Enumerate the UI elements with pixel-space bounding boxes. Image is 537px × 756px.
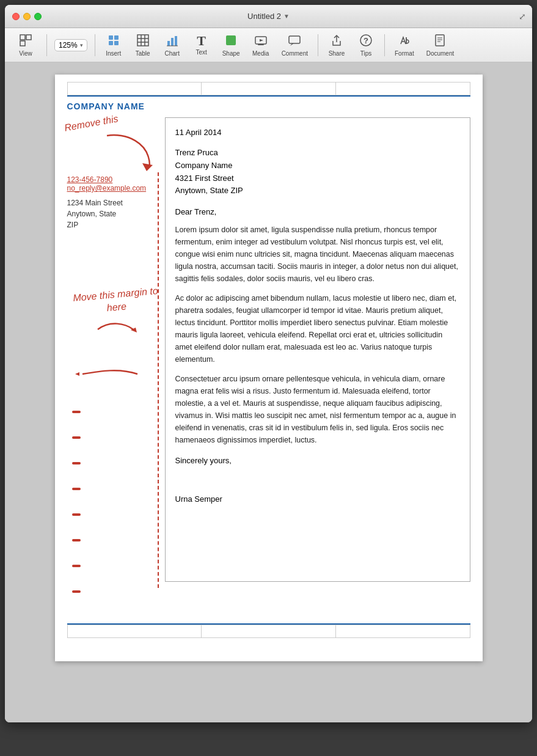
body-paragraph-3: Consectetuer arcu ipsum ornare pellentes… [175, 373, 460, 446]
tick-7 [72, 565, 81, 567]
svg-text:?: ? [363, 36, 368, 45]
media-icon [254, 34, 268, 49]
recipient-company: Company Name [175, 160, 460, 172]
chart-button[interactable]: Chart [159, 31, 186, 59]
table-icon [136, 34, 150, 49]
letter-body: Lorem ipsum dolor sit amet, ligula suspe… [175, 224, 460, 446]
tick-5 [72, 513, 81, 516]
window-title: Untitled 2 ▼ [247, 12, 290, 21]
footer-cells [67, 623, 470, 638]
letter-box[interactable]: 11 April 2014 Trenz Pruca Company Name 4… [165, 117, 470, 582]
document-icon [433, 34, 447, 49]
svg-marker-31 [142, 163, 153, 171]
remove-arrow-icon [101, 130, 174, 178]
header-cell-3 [336, 82, 470, 95]
chart-icon [166, 34, 179, 49]
letter-signature: Urna Semper [175, 494, 460, 504]
format-icon [398, 34, 411, 49]
titlebar: Untitled 2 ▼ ⤢ [5, 5, 532, 28]
svg-rect-7 [137, 35, 148, 46]
title-dropdown-icon[interactable]: ▼ [283, 13, 290, 20]
svg-rect-4 [114, 35, 119, 40]
view-icon [19, 34, 32, 49]
table-label: Table [136, 50, 150, 57]
resize-button[interactable]: ⤢ [519, 12, 526, 21]
recipient-address1: 4321 First Street [175, 172, 460, 185]
table-button[interactable]: Table [130, 31, 156, 59]
letter-salutation: Dear Trenz, [175, 207, 460, 216]
tick-marks [72, 411, 81, 616]
tick-8 [72, 590, 81, 593]
share-label: Share [329, 50, 345, 57]
text-icon: T [197, 34, 206, 48]
address-line1: 1234 Main Street [67, 197, 159, 208]
text-label: Text [196, 49, 207, 56]
close-button[interactable] [12, 13, 20, 20]
minimize-button[interactable] [23, 13, 31, 20]
toolbar-group-zoom: 125% ▾ [52, 39, 90, 51]
tips-button[interactable]: ? Tips [353, 31, 379, 59]
svg-rect-1 [26, 35, 31, 40]
company-name: COMPANY NAME [67, 101, 470, 111]
body-paragraph-2: Ac dolor ac adipiscing amet bibendum nul… [175, 292, 460, 365]
insert-icon [107, 34, 120, 49]
svg-rect-19 [258, 44, 264, 45]
right-column: 11 April 2014 Trenz Pruca Company Name 4… [159, 117, 470, 618]
header-cell-2 [202, 82, 336, 95]
tick-4 [72, 488, 81, 490]
insert-label: Insert [106, 50, 121, 57]
shape-button[interactable]: Shape [217, 31, 245, 59]
tips-label: Tips [360, 50, 372, 57]
tick-6 [72, 539, 81, 541]
letter-recipient: Trenz Pruca Company Name 4321 First Stre… [175, 147, 460, 197]
separator-3 [318, 34, 318, 56]
shape-icon [224, 34, 238, 49]
insert-button[interactable]: Insert [100, 31, 127, 59]
application-window: Untitled 2 ▼ ⤢ View 125% [5, 5, 532, 722]
share-button[interactable]: Share [323, 31, 350, 59]
move-arrow-icon [92, 314, 141, 345]
separator-4 [384, 34, 385, 56]
fullscreen-button[interactable] [34, 13, 42, 20]
svg-rect-20 [289, 36, 300, 43]
tick-3 [72, 462, 81, 464]
tick-2 [72, 436, 81, 439]
header-cells [67, 82, 470, 97]
toolbar: View 125% ▾ Insert [5, 28, 532, 62]
recipient-address2: Anytown, State ZIP [175, 185, 460, 197]
footer-cell-1 [67, 625, 202, 638]
tick-1 [72, 411, 81, 413]
svg-rect-6 [114, 41, 119, 45]
svg-rect-13 [171, 38, 174, 46]
letter-closing: Sincerely yours, [175, 456, 460, 465]
svg-rect-5 [109, 41, 113, 45]
comment-button[interactable]: Comment [277, 31, 313, 59]
shape-label: Shape [222, 50, 240, 57]
zoom-control[interactable]: 125% ▾ [54, 39, 87, 51]
toolbar-group-view: View [10, 31, 42, 59]
svg-marker-18 [260, 39, 263, 42]
contact-email: no_reply@example.com [67, 184, 159, 193]
address-line2: Anytown, State [67, 208, 159, 219]
svg-rect-16 [226, 35, 236, 45]
recipient-name: Trenz Pruca [175, 147, 460, 160]
move-annotation-text: Move this margin to here [72, 285, 159, 318]
svg-rect-27 [436, 35, 444, 46]
comment-icon [288, 34, 301, 49]
left-column: Remove this 123-456-7890 no_reply@exampl… [67, 117, 159, 618]
media-button[interactable]: Media [247, 31, 274, 59]
svg-rect-3 [109, 35, 113, 40]
separator-2 [95, 34, 95, 56]
margin-line [158, 172, 159, 588]
format-button[interactable]: Format [390, 31, 419, 59]
share-icon [330, 34, 343, 49]
comment-label: Comment [282, 50, 308, 57]
svg-marker-33 [75, 372, 79, 376]
text-button[interactable]: T Text [188, 32, 215, 58]
view-button[interactable]: View [12, 31, 39, 59]
left-arrow-annotation [70, 356, 144, 395]
document-area: COMPANY NAME Remove this [5, 62, 532, 722]
document-label: Document [426, 50, 455, 57]
document-button[interactable]: Document [422, 31, 459, 59]
letter-date: 11 April 2014 [175, 128, 460, 137]
